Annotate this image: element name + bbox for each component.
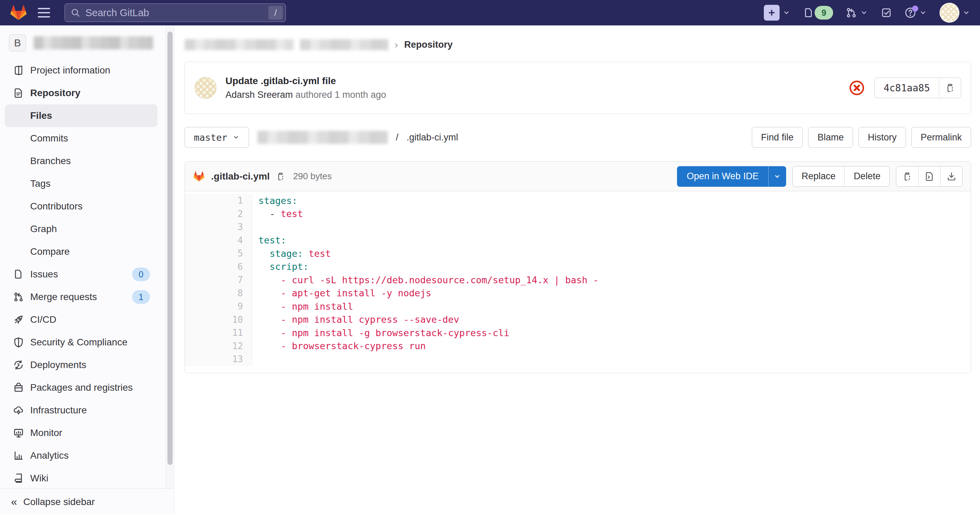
sidebar-item-project-information[interactable]: Project information — [0, 59, 174, 82]
file-tools-group — [896, 166, 963, 187]
menu-hamburger-icon[interactable] — [38, 5, 54, 21]
sidebar-item-packages-and-registries[interactable]: Packages and registries — [0, 376, 174, 399]
copy-file-path-button[interactable] — [276, 172, 285, 181]
code-text: - curl -sL https://deb.nodesource.com/se… — [252, 275, 599, 285]
merge-requests-nav-button[interactable] — [845, 7, 868, 19]
code-line: 2 - test — [185, 207, 971, 221]
sidebar-item-branches[interactable]: Branches — [0, 150, 174, 172]
line-number[interactable]: 12 — [185, 340, 252, 353]
gitlab-logo[interactable] — [10, 5, 27, 21]
chevron-down-icon — [782, 9, 791, 17]
line-number[interactable]: 6 — [185, 260, 252, 274]
sidebar-item-graph[interactable]: Graph — [0, 218, 174, 240]
project-context-header[interactable]: B — [0, 26, 174, 59]
line-number[interactable]: 11 — [185, 326, 252, 340]
breadcrumb-separator: › — [395, 40, 398, 50]
breadcrumb: › Repository — [185, 37, 971, 52]
sidebar-item-label: Branches — [30, 156, 71, 166]
branch-selector[interactable]: master — [185, 127, 249, 148]
breadcrumb-project-redacted[interactable] — [300, 39, 388, 50]
sidebar-item-issues[interactable]: Issues0 — [0, 263, 174, 285]
project-information-icon — [13, 65, 24, 76]
sidebar-item-wiki[interactable]: Wiki — [0, 467, 174, 489]
sidebar-item-label: Compare — [30, 246, 70, 257]
commit-sha[interactable]: 4c81aa85 — [875, 78, 939, 98]
gitlab-repository-page: Search GitLab / 9 — [0, 0, 980, 515]
branch-name: master — [194, 132, 228, 143]
copy-sha-button[interactable] — [939, 78, 961, 98]
sidebar-scrollbar[interactable] — [166, 26, 174, 488]
line-number[interactable]: 8 — [185, 287, 252, 300]
sidebar-item-merge-requests[interactable]: Merge requests1 — [0, 285, 174, 308]
line-number[interactable]: 1 — [185, 194, 252, 207]
line-number[interactable]: 13 — [185, 352, 252, 366]
open-web-ide-button[interactable]: Open in Web IDE — [677, 166, 768, 187]
blame-button[interactable]: Blame — [808, 127, 853, 148]
repo-path-redacted — [257, 131, 388, 144]
download-button[interactable] — [940, 166, 962, 187]
line-number[interactable]: 9 — [185, 300, 252, 313]
help-menu-button[interactable] — [905, 7, 927, 19]
package-icon — [13, 382, 24, 393]
search-input[interactable]: Search GitLab / — [65, 3, 286, 22]
sidebar-item-repository[interactable]: Repository — [0, 82, 174, 104]
book-icon — [13, 473, 24, 484]
sidebar-item-monitor[interactable]: Monitor — [0, 422, 174, 444]
find-file-button[interactable]: Find file — [752, 127, 803, 148]
permalink-button[interactable]: Permalink — [912, 127, 971, 148]
line-number[interactable]: 7 — [185, 273, 252, 287]
collapse-sidebar-label: Collapse sidebar — [23, 496, 95, 507]
web-ide-dropdown-button[interactable] — [768, 166, 786, 187]
commit-title[interactable]: Update .gitlab-ci.yml file — [226, 75, 386, 86]
commit-author[interactable]: Adarsh Sreeram — [226, 89, 293, 100]
sidebar-item-files[interactable]: Files — [5, 104, 158, 127]
commit-author-avatar[interactable] — [194, 77, 216, 99]
sidebar-item-infrastructure[interactable]: Infrastructure — [0, 399, 174, 422]
open-web-ide-split-button: Open in Web IDE — [677, 166, 786, 187]
todos-nav-button[interactable] — [880, 7, 892, 19]
collapse-sidebar-button[interactable]: « Collapse sidebar — [0, 488, 174, 515]
copy-icon — [902, 171, 912, 182]
delete-button[interactable]: Delete — [845, 166, 889, 187]
line-number[interactable]: 3 — [185, 220, 252, 234]
search-shortcut-key: / — [268, 6, 283, 19]
download-icon — [947, 171, 957, 182]
breadcrumb-current: Repository — [404, 40, 453, 50]
file-navigation-row: master / .gitlab-ci.yml Find file Blame … — [185, 127, 971, 148]
line-number[interactable]: 4 — [185, 234, 252, 247]
issues-count-badge: 9 — [815, 6, 833, 19]
history-button[interactable]: History — [859, 127, 906, 148]
open-raw-button[interactable] — [918, 166, 940, 187]
line-number[interactable]: 10 — [185, 313, 252, 327]
scrollbar-thumb[interactable] — [167, 32, 173, 465]
breadcrumb-group-redacted[interactable] — [185, 39, 294, 50]
issues-nav-button[interactable]: 9 — [803, 6, 833, 19]
commit-authored-time: authored 1 month ago — [296, 89, 386, 100]
chevron-down-icon — [232, 134, 240, 141]
copy-file-contents-button[interactable] — [896, 166, 918, 187]
pipeline-failed-icon[interactable] — [849, 80, 865, 96]
sidebar-item-contributors[interactable]: Contributors — [0, 195, 174, 218]
monitor-icon — [13, 427, 24, 438]
sidebar-item-security-compliance[interactable]: Security & Compliance — [0, 331, 174, 354]
issues-icon — [13, 269, 24, 280]
replace-button[interactable]: Replace — [793, 166, 845, 187]
sidebar-item-commits[interactable]: Commits — [0, 127, 174, 150]
sidebar-item-ci-cd[interactable]: CI/CD — [0, 308, 174, 331]
sidebar: B Project informationRepositoryFilesComm… — [0, 26, 174, 515]
code-viewer: 1stages:2 - test34test:5 stage: test6 sc… — [185, 191, 971, 373]
user-menu-button[interactable] — [940, 3, 970, 23]
code-text: - npm install -g browserstack-cypress-cl… — [252, 328, 509, 338]
file-path[interactable]: .gitlab-ci.yml — [407, 132, 458, 143]
line-number[interactable]: 5 — [185, 247, 252, 260]
sidebar-item-compare[interactable]: Compare — [0, 240, 174, 263]
sidebar-item-analytics[interactable]: Analytics — [0, 444, 174, 467]
merge-request-icon — [13, 292, 24, 303]
project-avatar: B — [9, 34, 26, 51]
new-menu-button[interactable] — [764, 5, 791, 21]
line-number[interactable]: 2 — [185, 207, 252, 221]
code-line: 5 stage: test — [185, 247, 971, 260]
sidebar-item-tags[interactable]: Tags — [0, 172, 174, 195]
file-name: .gitlab-ci.yml — [211, 171, 270, 182]
sidebar-item-deployments[interactable]: Deployments — [0, 354, 174, 376]
